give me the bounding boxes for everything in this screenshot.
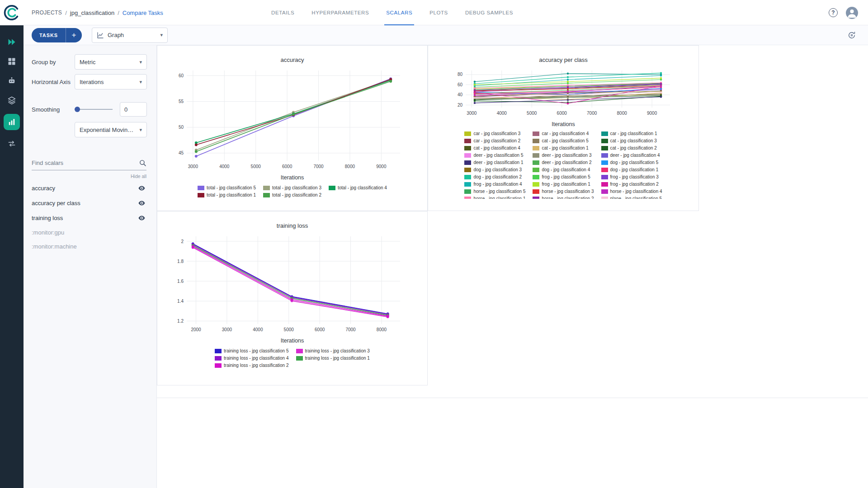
legend-item[interactable]: horse - jpg classification 4: [601, 189, 662, 194]
experiments-icon-active[interactable]: [4, 114, 20, 130]
legend-item[interactable]: dog - jpg classification 4: [533, 167, 594, 172]
eye-icon[interactable]: [138, 184, 146, 192]
legend-item[interactable]: frog - jpg classification 2: [601, 182, 662, 187]
eye-icon[interactable]: [138, 214, 146, 222]
legend-label: cat - jpg classification 1: [542, 145, 588, 150]
legend-item[interactable]: frog - jpg classification 5: [533, 174, 594, 179]
legend-swatch: [601, 131, 608, 136]
legend-swatch: [601, 139, 608, 143]
hide-all-link[interactable]: Hide all: [24, 174, 146, 179]
legend-item[interactable]: deer - jpg classification 1: [464, 160, 525, 165]
group-by-select[interactable]: Metric ▾: [75, 54, 147, 70]
scalars-settings-panel: Group by Metric ▾ Horizontal Axis Iterat…: [24, 45, 157, 488]
scalar-name[interactable]: accuracy per class: [32, 200, 80, 206]
pipelines-icon[interactable]: [6, 138, 18, 150]
datasets-icon[interactable]: [6, 94, 18, 106]
legend-item[interactable]: total - jpg classification 1: [198, 192, 256, 197]
tab-plots[interactable]: PLOTS: [429, 0, 448, 25]
smoothing-value-input[interactable]: [120, 102, 147, 117]
chevron-down-icon: ▾: [139, 127, 142, 133]
legend-item[interactable]: plane - jpg classification 5: [601, 196, 662, 199]
slider-track[interactable]: [75, 109, 113, 110]
horizontal-axis-select[interactable]: Iterations ▾: [75, 74, 147, 89]
tab-debug-samples[interactable]: DEBUG SAMPLES: [465, 0, 513, 25]
legend-item[interactable]: dog - jpg classification 1: [601, 167, 662, 172]
legend-item[interactable]: car - jpg classification 4: [533, 131, 594, 136]
accuracy-per-class-plot[interactable]: 300040005000600070008000900020406080: [441, 65, 685, 121]
accuracy-plot[interactable]: 300040005000600070008000900045505560: [166, 65, 419, 174]
legend-label: total - jpg classification 5: [207, 185, 256, 190]
legend-item[interactable]: frog - jpg classification 3: [601, 174, 662, 179]
legend-item[interactable]: dog - jpg classification 2: [464, 174, 525, 179]
legend-swatch: [533, 160, 539, 165]
legend-label: frog - jpg classification 2: [610, 182, 659, 187]
tab-scalars[interactable]: SCALARS: [386, 0, 412, 25]
scalar-name[interactable]: :monitor:gpu: [32, 229, 64, 236]
legend-item[interactable]: dog - jpg classification 3: [464, 167, 525, 172]
legend-item[interactable]: frog - jpg classification 4: [464, 182, 525, 187]
legend-item[interactable]: deer - jpg classification 5: [464, 153, 525, 158]
breadcrumb-page: Compare Tasks: [123, 9, 163, 16]
breadcrumb-separator: /: [118, 9, 119, 16]
legend-swatch: [464, 175, 471, 179]
tab-hyperparameters[interactable]: HYPERPARAMETERS: [311, 0, 369, 25]
quick-start-icon[interactable]: [6, 36, 18, 48]
user-avatar-icon[interactable]: [846, 7, 858, 19]
legend-item[interactable]: cat - jpg classification 1: [533, 145, 594, 150]
legend-item[interactable]: deer - jpg classification 3: [533, 153, 594, 158]
agents-icon[interactable]: [6, 75, 18, 87]
legend-item[interactable]: cat - jpg classification 3: [601, 138, 662, 143]
scalar-item: :monitor:machine: [24, 239, 156, 253]
app-logo[interactable]: [0, 0, 24, 25]
training-loss-plot[interactable]: 20003000400050006000700080001.21.41.61.8…: [166, 231, 419, 338]
legend-label: horse - jpg classification 1: [473, 196, 525, 199]
legend-swatch: [296, 349, 303, 353]
dashboard-icon[interactable]: [6, 56, 18, 67]
legend-item[interactable]: horse - jpg classification 5: [464, 189, 525, 194]
eye-icon[interactable]: [138, 199, 146, 207]
add-task-button[interactable]: +: [66, 28, 82, 42]
legend-item[interactable]: total - jpg classification 5: [198, 185, 256, 190]
legend-item[interactable]: total - jpg classification 4: [329, 185, 387, 190]
legend-item[interactable]: car - jpg classification 3: [464, 131, 525, 136]
help-icon[interactable]: ?: [829, 8, 838, 17]
legend-item[interactable]: dog - jpg classification 5: [601, 160, 662, 165]
scalar-name[interactable]: :monitor:machine: [32, 243, 77, 250]
graph-type-icon: [97, 32, 104, 39]
legend-item[interactable]: cat - jpg classification 4: [464, 145, 525, 150]
auto-refresh-icon[interactable]: [847, 31, 856, 40]
legend-item[interactable]: deer - jpg classification 4: [601, 153, 662, 158]
breadcrumb-projects[interactable]: PROJECTS: [32, 9, 62, 16]
tab-details[interactable]: DETAILS: [271, 0, 294, 25]
legend-item[interactable]: frog - jpg classification 1: [533, 182, 594, 187]
smoothing-slider[interactable]: [75, 106, 113, 113]
tasks-button[interactable]: TASKS: [32, 28, 66, 42]
legend-item[interactable]: car - jpg classification 2: [464, 138, 525, 143]
scalar-name[interactable]: accuracy: [32, 185, 55, 192]
legend-scroll-area[interactable]: car - jpg classification 3car - jpg clas…: [428, 131, 698, 199]
legend-item[interactable]: horse - jpg classification 3: [533, 189, 594, 194]
legend-item[interactable]: training loss - jpg classification 3: [296, 348, 370, 353]
scalar-name[interactable]: training loss: [32, 215, 63, 221]
tab-bar: DETAILSHYPERPARAMETERSSCALARSPLOTSDEBUG …: [271, 0, 513, 25]
legend-item[interactable]: horse - jpg classification 1: [464, 196, 525, 199]
search-icon[interactable]: [139, 159, 146, 167]
legend-item[interactable]: deer - jpg classification 2: [533, 160, 594, 165]
legend-item[interactable]: car - jpg classification 1: [601, 131, 662, 136]
legend-item[interactable]: total - jpg classification 2: [263, 192, 321, 197]
legend-item[interactable]: cat - jpg classification 5: [533, 138, 594, 143]
breadcrumb-project[interactable]: jpg_classification: [70, 9, 114, 16]
find-scalars-input[interactable]: [32, 160, 139, 166]
legend-item[interactable]: horse - jpg classification 2: [533, 196, 594, 199]
legend-item[interactable]: training loss - jpg classification 4: [215, 356, 288, 361]
legend-item[interactable]: training loss - jpg classification 5: [215, 348, 288, 353]
legend-item[interactable]: total - jpg classification 3: [263, 185, 321, 190]
view-type-select[interactable]: Graph ▾: [92, 28, 168, 43]
accuracy-card: accuracy 3000400050006000700080009000455…: [157, 45, 428, 211]
smoothing-type-select[interactable]: Exponential Moving Av... ▾: [75, 122, 147, 137]
legend-item[interactable]: training loss - jpg classification 1: [296, 356, 370, 361]
legend-item[interactable]: cat - jpg classification 2: [601, 145, 662, 150]
scalars-toolbar: TASKS + Graph ▾: [24, 25, 868, 45]
legend-item[interactable]: training loss - jpg classification 2: [215, 363, 288, 368]
slider-knob[interactable]: [75, 107, 80, 112]
